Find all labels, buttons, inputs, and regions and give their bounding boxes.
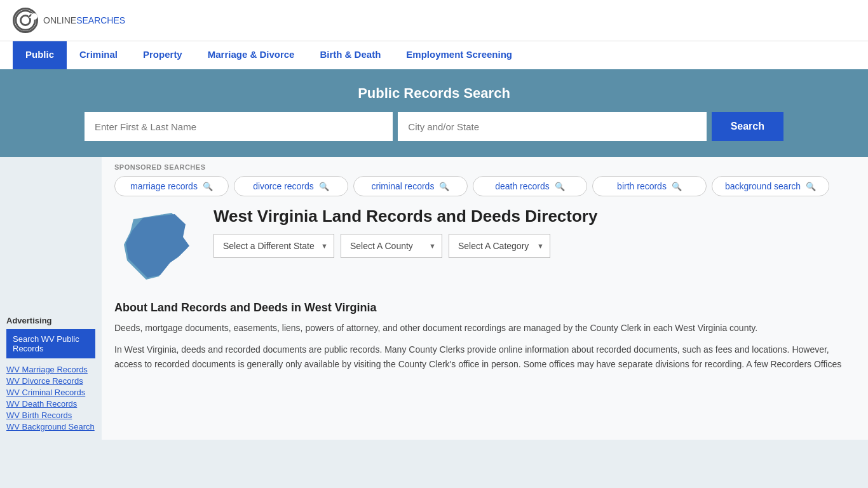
about-title: About Land Records and Deeds in West Vir… [114,301,855,315]
location-input[interactable] [398,112,706,141]
state-dropdown-wrap: Select a Different State [214,234,334,258]
category-dropdown-wrap: Select A Category [449,234,550,258]
search-icon-death: 🔍 [555,182,565,191]
svg-point-1 [20,15,30,25]
search-banner: Public Records Search Search [0,69,868,157]
sponsored-label: SPONSORED SEARCHES [114,163,855,171]
nav-birth-death[interactable]: Birth & Death [307,41,393,69]
tag-background[interactable]: background search 🔍 [712,176,829,196]
search-icon-birth: 🔍 [672,182,682,191]
nav-employment[interactable]: Employment Screening [393,41,525,69]
tag-criminal-label: criminal records [372,181,435,191]
nav-public[interactable]: Public [13,41,67,69]
state-dropdown[interactable]: Select a Different State [214,234,334,258]
main-nav: Public Criminal Property Marriage & Divo… [0,41,868,69]
svg-point-2 [29,13,34,18]
tag-marriage-label: marriage records [130,181,198,191]
about-paragraph-1: Deeds, mortgage documents, easements, li… [114,321,855,335]
header: ONLINESEARCHES [0,0,868,41]
search-icon-background: 🔍 [806,182,816,191]
nav-property[interactable]: Property [130,41,195,69]
nav-marriage-divorce[interactable]: Marriage & Divorce [195,41,308,69]
tag-death-label: death records [495,181,550,191]
wv-map [114,207,203,291]
about-paragraph-2: In West Virginia, deeds and recorded doc… [114,342,855,371]
logo-text: ONLINESEARCHES [43,15,125,25]
sidebar-link-background[interactable]: WV Background Search [6,422,95,431]
wv-title-area: West Virginia Land Records and Deeds Dir… [214,207,597,258]
logo-icon [13,8,38,33]
main-content: SPONSORED SEARCHES marriage records 🔍 di… [102,157,868,440]
search-banner-title: Public Records Search [13,85,855,102]
tag-death[interactable]: death records 🔍 [473,176,587,196]
dropdowns: Select a Different State Select A County… [214,234,597,258]
about-section: About Land Records and Deeds in West Vir… [114,301,855,371]
wv-map-svg [114,207,197,289]
logo-online: ONLINE [43,15,76,25]
name-input[interactable] [85,112,393,141]
tag-background-label: background search [725,181,801,191]
tag-criminal[interactable]: criminal records 🔍 [353,176,468,196]
nav-criminal[interactable]: Criminal [67,41,130,69]
page-title: West Virginia Land Records and Deeds Dir… [214,207,597,226]
tag-divorce-label: divorce records [253,181,314,191]
tag-birth-label: birth records [617,181,667,191]
search-button[interactable]: Search [712,112,783,141]
search-icon-marriage: 🔍 [203,182,213,191]
sidebar-link-criminal[interactable]: WV Criminal Records [6,388,95,397]
search-icon-criminal: 🔍 [439,182,449,191]
sidebar-link-divorce[interactable]: WV Divorce Records [6,376,95,386]
sidebar-link-death[interactable]: WV Death Records [6,399,95,409]
logo-searches: SEARCHES [76,15,125,25]
sidebar-link-birth[interactable]: WV Birth Records [6,410,95,420]
category-dropdown[interactable]: Select A Category [449,234,550,258]
logo: ONLINESEARCHES [13,8,125,33]
tag-birth[interactable]: birth records 🔍 [592,176,707,196]
sidebar-link-marriage[interactable]: WV Marriage Records [6,365,95,374]
county-dropdown-wrap: Select A County [341,234,442,258]
sidebar-ad-button[interactable]: Search WV Public Records [6,329,95,358]
county-dropdown[interactable]: Select A County [341,234,442,258]
tag-divorce[interactable]: divorce records 🔍 [234,176,348,196]
svg-point-0 [16,11,35,30]
sidebar-ad-label: Advertising [6,316,95,325]
wv-section: West Virginia Land Records and Deeds Dir… [114,207,855,291]
tag-marriage[interactable]: marriage records 🔍 [114,176,229,196]
search-tags: marriage records 🔍 divorce records 🔍 cri… [114,176,855,196]
search-icon-divorce: 🔍 [319,182,329,191]
sidebar: Advertising Search WV Public Records WV … [0,157,102,440]
